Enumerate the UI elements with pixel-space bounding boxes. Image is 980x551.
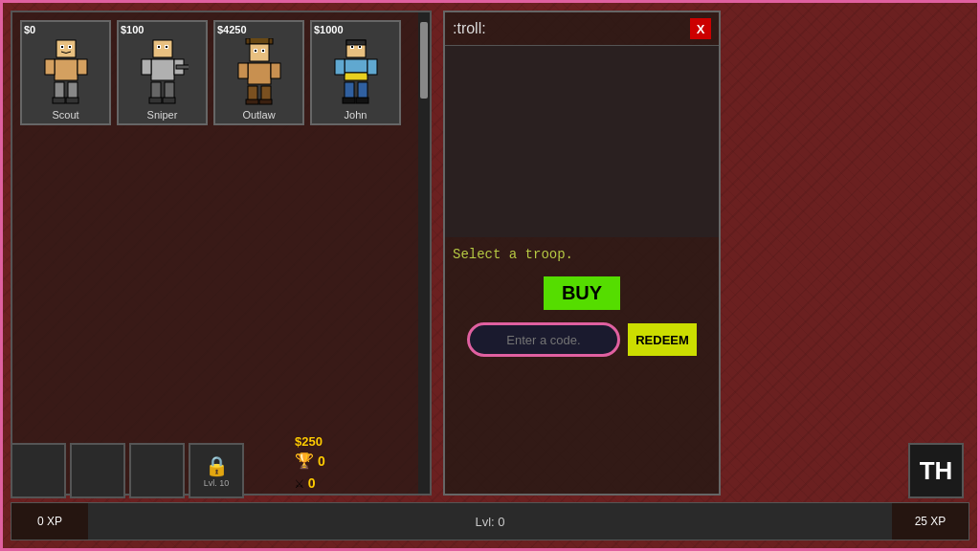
left-panel: $0	[11, 11, 432, 496]
svg-rect-16	[166, 46, 167, 48]
svg-rect-34	[271, 63, 280, 78]
th-logo: TH	[908, 443, 964, 498]
svg-rect-22	[165, 82, 174, 99]
svg-rect-45	[345, 59, 368, 73]
svg-rect-44	[346, 40, 366, 45]
sword-icon: ⚔️	[295, 474, 304, 493]
svg-rect-10	[53, 98, 65, 103]
svg-rect-50	[358, 82, 368, 99]
svg-rect-5	[55, 59, 78, 80]
scout-figure	[33, 35, 100, 107]
slot-lvl-label: Lvl. 10	[204, 478, 230, 488]
outlaw-name: Outlaw	[240, 107, 277, 122]
troops-grid: $0	[12, 12, 430, 133]
svg-rect-3	[61, 46, 63, 48]
select-troop-text: Select a troop.	[445, 237, 719, 272]
bottom-bar: 0 XP Lvl: 0 25 XP	[11, 502, 969, 540]
svg-rect-7	[78, 59, 87, 75]
troop-card-john[interactable]: $1000	[310, 20, 401, 125]
slot-3[interactable]	[129, 443, 185, 498]
svg-rect-4	[69, 46, 71, 48]
outlaw-price: $4250	[217, 24, 247, 35]
xp-right: 25 XP	[892, 515, 969, 528]
svg-rect-23	[149, 98, 162, 103]
john-figure	[323, 35, 390, 107]
code-section: REDEEM	[445, 315, 719, 364]
sniper-figure	[129, 35, 196, 107]
right-panel-body	[445, 46, 719, 237]
john-name: John	[343, 107, 369, 122]
outlaw-figure	[226, 35, 293, 107]
svg-rect-42	[351, 46, 353, 48]
svg-rect-9	[68, 82, 78, 99]
redeem-button[interactable]: REDEEM	[628, 323, 697, 356]
svg-rect-11	[66, 98, 78, 103]
scout-price: $0	[24, 24, 35, 35]
svg-rect-17	[151, 59, 174, 80]
svg-rect-52	[356, 98, 368, 103]
svg-rect-6	[45, 59, 55, 75]
john-price: $1000	[314, 24, 344, 35]
svg-rect-47	[335, 59, 345, 75]
slot-4-locked[interactable]: 🔒 Lvl. 10	[189, 443, 244, 498]
svg-rect-51	[343, 98, 355, 103]
sniper-price: $100	[121, 24, 144, 35]
right-panel-header: :troll: X	[445, 12, 719, 46]
svg-rect-18	[142, 59, 151, 75]
svg-rect-20	[176, 65, 189, 69]
svg-rect-26	[250, 38, 269, 44]
scroll-thumb[interactable]	[420, 22, 428, 99]
troll-text: :troll:	[453, 20, 486, 37]
right-panel: :troll: X Select a troop. BUY REDEEM	[443, 11, 721, 496]
xp-bar: Lvl: 0	[88, 503, 892, 540]
slot-2[interactable]	[70, 443, 125, 498]
lvl-text: Lvl: 0	[475, 515, 504, 529]
svg-rect-43	[359, 46, 361, 48]
svg-rect-8	[55, 82, 64, 99]
svg-rect-33	[238, 63, 248, 78]
svg-rect-32	[248, 63, 271, 84]
svg-rect-49	[345, 82, 354, 99]
buy-button[interactable]: BUY	[544, 276, 620, 310]
svg-rect-12	[153, 40, 172, 57]
money-label: $250	[295, 434, 325, 449]
bottom-slots: 🔒 Lvl. 10	[11, 443, 244, 498]
svg-rect-38	[259, 99, 272, 104]
trophy-row: 🏆 0	[295, 452, 325, 471]
svg-rect-31	[262, 50, 264, 52]
svg-rect-15	[158, 46, 160, 48]
troop-card-sniper[interactable]: $100	[117, 20, 208, 125]
svg-rect-21	[151, 82, 161, 99]
sword-value: 0	[308, 475, 316, 491]
sword-row: ⚔️ 0	[295, 474, 325, 493]
sniper-name: Sniper	[145, 107, 180, 122]
troop-card-outlaw[interactable]: $4250	[213, 20, 304, 125]
svg-rect-0	[56, 40, 76, 57]
slot-1[interactable]	[11, 443, 66, 498]
scout-name: Scout	[50, 107, 80, 122]
code-input[interactable]	[467, 322, 620, 357]
svg-rect-48	[368, 59, 377, 75]
xp-left: 0 XP	[11, 515, 88, 528]
troop-card-scout[interactable]: $0	[20, 20, 111, 125]
scroll-track[interactable]	[418, 12, 430, 494]
trophy-icon: 🏆	[295, 452, 314, 471]
close-button[interactable]: X	[690, 18, 711, 39]
svg-rect-37	[246, 99, 258, 104]
svg-rect-24	[163, 98, 175, 103]
stats-panel: $250 🏆 0 ⚔️ 0	[295, 434, 325, 493]
trophy-value: 0	[318, 453, 325, 469]
svg-rect-27	[250, 44, 269, 61]
svg-rect-46	[345, 73, 368, 80]
svg-rect-30	[255, 50, 256, 52]
lock-icon: 🔒	[205, 454, 229, 478]
